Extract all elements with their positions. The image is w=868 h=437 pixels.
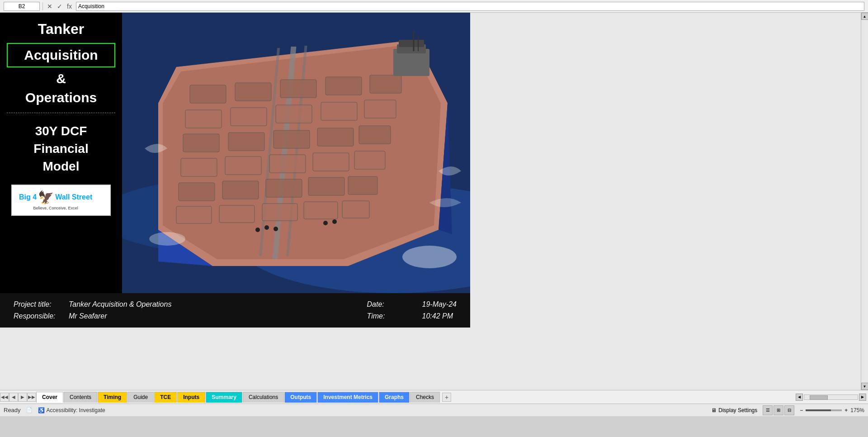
- h-scroll-right[interactable]: ▶: [859, 394, 866, 401]
- cover-bottom: Project title: Tanker Acquisition & Oper…: [0, 293, 470, 328]
- h-scroll-left[interactable]: ◀: [796, 394, 803, 401]
- accessibility-text: Accessibility: Investigate: [47, 407, 105, 413]
- date-label: Date:: [367, 300, 417, 309]
- svg-rect-42: [399, 40, 424, 47]
- scroll-up-btn[interactable]: ▲: [861, 13, 868, 20]
- ship-svg-container: [122, 13, 470, 293]
- sheet-content: Tanker Acquisition & Operations 30Y DCF …: [0, 13, 861, 390]
- cancel-icon[interactable]: ✕: [46, 3, 54, 10]
- cover-left-panel: Tanker Acquisition & Operations 30Y DCF …: [0, 13, 122, 293]
- tab-nav-next[interactable]: ▶: [18, 393, 27, 402]
- svg-rect-34: [348, 176, 377, 195]
- tab-tce[interactable]: TCE: [154, 392, 177, 403]
- formula-bar: B2 ✕ ✓ fx: [0, 0, 868, 13]
- tab-nav-last[interactable]: ▶▶: [27, 393, 36, 402]
- svg-rect-26: [225, 157, 261, 175]
- svg-rect-32: [266, 179, 302, 197]
- scroll-down-btn[interactable]: ▼: [861, 383, 868, 390]
- accessibility-section[interactable]: ♿ Accessibility: Investigate: [38, 407, 105, 413]
- tab-summary[interactable]: Summary: [206, 392, 242, 403]
- cover-acquisition-text: Acquisition: [24, 48, 98, 62]
- svg-rect-30: [179, 183, 215, 201]
- tab-nav-first[interactable]: ◀◀: [0, 393, 9, 402]
- svg-point-46: [149, 232, 185, 246]
- logo-tagline: Believe, Conceive, Excel: [33, 206, 78, 210]
- time-label: Time:: [367, 312, 417, 320]
- svg-rect-31: [222, 181, 259, 199]
- time-row: Time: 10:42 PM: [367, 312, 457, 320]
- scrollbar-track[interactable]: [861, 20, 868, 383]
- tab-inputs[interactable]: Inputs: [177, 392, 205, 403]
- accessibility-icon: ♿: [38, 407, 45, 413]
- add-sheet-btn[interactable]: +: [442, 393, 451, 402]
- svg-rect-37: [262, 204, 297, 221]
- project-title-row: Project title: Tanker Acquisition & Oper…: [14, 300, 171, 309]
- svg-rect-22: [274, 130, 310, 148]
- svg-point-51: [332, 219, 337, 224]
- time-value: 10:42 PM: [422, 312, 453, 320]
- tab-checks[interactable]: Checks: [410, 392, 440, 403]
- tab-contents[interactable]: Contents: [64, 392, 97, 403]
- formula-input[interactable]: [76, 2, 864, 11]
- svg-rect-24: [359, 126, 391, 144]
- tab-nav-prev[interactable]: ◀: [9, 393, 18, 402]
- zoom-plus-btn[interactable]: +: [844, 407, 848, 413]
- view-buttons: ☰ ⊞ ⊟: [763, 405, 794, 415]
- project-title-label: Project title:: [14, 300, 63, 309]
- svg-rect-10: [190, 85, 226, 103]
- svg-point-49: [274, 227, 278, 231]
- cover-logo-box: Big 4 🦅 Wall Street Believe, Conceive, E…: [11, 185, 111, 216]
- tab-cover[interactable]: Cover: [36, 392, 63, 403]
- normal-view-btn[interactable]: ☰: [763, 405, 773, 415]
- responsible-label: Responsible:: [14, 312, 63, 320]
- display-settings-text: Display Settings: [718, 407, 757, 413]
- fx-icon[interactable]: fx: [66, 3, 73, 10]
- right-scrollbar[interactable]: ▲ ▼: [861, 13, 868, 390]
- model-text-line2: Financial: [33, 140, 88, 157]
- cover-title-tanker: Tanker: [7, 17, 115, 41]
- ship-image: [122, 13, 470, 293]
- zoom-minus-btn[interactable]: −: [800, 407, 803, 413]
- cover-sheet: Tanker Acquisition & Operations 30Y DCF …: [0, 13, 470, 328]
- status-right: 🖥 Display Settings ☰ ⊞ ⊟ − + 175%: [711, 405, 864, 415]
- status-ready-text: Ready: [4, 407, 21, 413]
- tab-investment-metrics[interactable]: Investment Metrics: [317, 392, 378, 403]
- cover-top: Tanker Acquisition & Operations 30Y DCF …: [0, 13, 470, 293]
- main-area: Tanker Acquisition & Operations 30Y DCF …: [0, 13, 868, 390]
- responsible-value: Mr Seafarer: [69, 312, 107, 320]
- logo-wallstreet-text: Wall Street: [55, 193, 92, 201]
- h-scroll-track[interactable]: [804, 394, 858, 400]
- page-break-btn[interactable]: ⊟: [784, 405, 794, 415]
- svg-rect-39: [342, 201, 369, 218]
- page-layout-btn[interactable]: ⊞: [774, 405, 783, 415]
- svg-rect-35: [176, 206, 212, 223]
- model-text-line3: Model: [33, 157, 88, 175]
- formula-bar-divider: [42, 2, 43, 10]
- tab-timing[interactable]: Timing: [98, 392, 127, 403]
- confirm-icon[interactable]: ✓: [56, 3, 64, 10]
- svg-rect-16: [231, 108, 267, 126]
- svg-rect-17: [276, 105, 312, 123]
- svg-rect-18: [321, 102, 357, 120]
- status-icons: 📄: [26, 407, 33, 413]
- svg-rect-19: [364, 100, 396, 118]
- cover-model-text: 30Y DCF Financial Model: [33, 119, 88, 179]
- tab-outputs[interactable]: Outputs: [284, 392, 317, 403]
- tab-guide[interactable]: Guide: [127, 392, 154, 403]
- cover-info-left: Project title: Tanker Acquisition & Oper…: [14, 300, 171, 320]
- svg-point-47: [255, 228, 260, 232]
- zoom-slider[interactable]: [806, 409, 842, 411]
- svg-rect-12: [280, 80, 316, 98]
- tab-graphs[interactable]: Graphs: [379, 392, 410, 403]
- svg-point-50: [323, 221, 328, 225]
- date-row: Date: 19-May-24: [367, 300, 457, 309]
- tab-calculations[interactable]: Calculations: [243, 392, 284, 403]
- display-settings[interactable]: 🖥 Display Settings: [711, 407, 757, 413]
- svg-rect-20: [183, 134, 219, 152]
- svg-rect-23: [317, 128, 354, 146]
- logo-inner: Big 4 🦅 Wall Street Believe, Conceive, E…: [19, 190, 92, 210]
- svg-rect-13: [326, 77, 362, 95]
- svg-rect-36: [219, 205, 255, 223]
- name-box[interactable]: B2: [4, 2, 40, 11]
- svg-point-45: [402, 246, 457, 268]
